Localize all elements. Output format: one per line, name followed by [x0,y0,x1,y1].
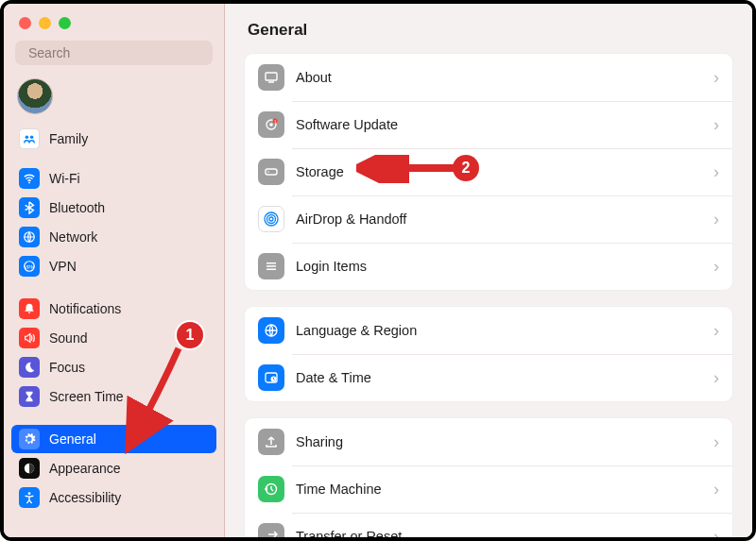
minimize-icon[interactable] [39,17,51,29]
chevron-right-icon: › [713,211,719,228]
sidebar-item-bluetooth[interactable]: Bluetooth [11,194,216,222]
row-language-region[interactable]: Language & Region› [245,307,732,354]
sidebar-item-sound[interactable]: Sound [11,324,216,352]
disk-icon [258,159,284,185]
chevron-right-icon: › [713,163,719,180]
sidebar-item-label: Screen Time [49,389,124,404]
accessibility-icon [19,487,40,508]
sidebar-item-label: Network [49,229,97,245]
vpn-icon: VPN [19,256,40,277]
sidebar-item-label: VPN [49,259,77,274]
family-icon [19,128,40,149]
sidebar-item-wifi[interactable]: Wi-Fi [11,164,216,193]
row-label: Login Items [296,259,702,274]
row-software-update[interactable]: 1Software Update› [245,101,732,148]
chevron-right-icon: › [713,116,719,133]
row-sharing[interactable]: Sharing› [245,418,732,465]
svg-point-2 [26,136,29,140]
sidebar-item-label: Bluetooth [49,200,105,215]
svg-rect-16 [266,169,277,175]
sharing-icon [258,429,284,455]
sidebar-item-label: Focus [49,360,85,375]
chevron-right-icon: › [713,322,719,339]
gear-icon [19,429,40,449]
sidebar-item-accessibility[interactable]: Accessibility [11,483,216,512]
sidebar-item-general[interactable]: General [11,425,216,453]
row-time-machine[interactable]: Time Machine› [245,465,732,513]
globe-flag-icon [258,317,284,344]
sidebar-item-label: General [49,431,96,447]
svg-rect-21 [266,262,276,264]
svg-rect-10 [266,73,277,80]
airdrop-icon [258,206,284,232]
chevron-right-icon: › [713,369,719,386]
sidebar-item-label: Notifications [49,301,121,316]
row-about[interactable]: About› [245,54,732,101]
list-icon [258,253,284,279]
user-account-row[interactable] [4,73,224,124]
bell-icon [19,298,40,319]
main-panel: General About›1Software Update›Storage›A… [225,4,752,537]
globe-icon [19,227,40,247]
svg-point-13 [269,123,273,127]
svg-point-19 [267,215,276,224]
wifi-icon [19,168,40,189]
avatar [17,78,53,114]
row-storage[interactable]: Storage› [245,148,732,195]
chevron-right-icon: › [713,481,719,498]
row-label: Storage [296,164,702,179]
sidebar-item-family[interactable]: Family [11,125,216,153]
row-label: Language & Region [296,323,702,338]
about-icon [258,64,284,91]
row-airdrop-handoff[interactable]: AirDrop & Handoff› [245,195,732,243]
window-controls [4,4,224,29]
sidebar-item-network[interactable]: Network [11,223,216,251]
close-icon[interactable] [19,17,31,29]
speaker-icon [19,328,40,348]
moon-icon [19,357,40,378]
sidebar-item-focus[interactable]: Focus [11,353,216,381]
page-title: General [225,4,752,53]
search-input[interactable] [28,45,205,60]
sidebar-item-notifications[interactable]: Notifications [11,295,216,323]
fullscreen-icon[interactable] [59,17,71,29]
sidebar: Family Wi-FiBluetoothNetworkVPNVPNNotifi… [4,4,225,537]
bluetooth-icon [19,197,40,218]
row-label: Transfer or Reset [296,529,702,537]
svg-text:VPN: VPN [25,264,35,270]
sidebar-item-label: Family [49,131,88,146]
row-label: AirDrop & Handoff [296,211,702,227]
svg-point-17 [267,171,269,173]
svg-point-4 [28,182,30,184]
sidebar-item-screen-time[interactable]: Screen Time [11,382,216,411]
sidebar-item-vpn[interactable]: VPNVPN [11,252,216,280]
row-date-time[interactable]: Date & Time› [245,354,732,401]
sidebar-item-appearance[interactable]: Appearance [11,454,216,482]
row-transfer-reset[interactable]: Transfer or Reset› [245,513,732,537]
chevron-right-icon: › [713,528,719,537]
svg-rect-22 [266,265,276,267]
gear-badge-icon: 1 [258,111,284,138]
svg-rect-23 [266,269,276,271]
row-login-items[interactable]: Login Items› [245,243,732,290]
appearance-icon [19,458,40,479]
hourglass-icon [19,386,40,407]
chevron-right-icon: › [713,69,719,86]
chevron-right-icon: › [713,258,719,275]
sidebar-item-label: Wi-Fi [49,171,80,186]
row-label: Date & Time [296,370,702,385]
sidebar-item-label: Appearance [49,461,121,476]
row-label: About [296,70,702,85]
svg-point-18 [269,217,273,221]
svg-point-3 [30,136,34,140]
calendar-clock-icon [258,364,284,391]
sidebar-item-label: Accessibility [49,490,121,505]
sidebar-item-label: Sound [49,330,87,346]
search-input-wrap[interactable] [15,41,213,65]
chevron-right-icon: › [713,433,719,450]
row-label: Sharing [296,434,702,449]
time-machine-icon [258,476,284,502]
svg-point-9 [28,492,31,495]
row-label: Time Machine [296,482,702,497]
transfer-icon [258,523,284,537]
